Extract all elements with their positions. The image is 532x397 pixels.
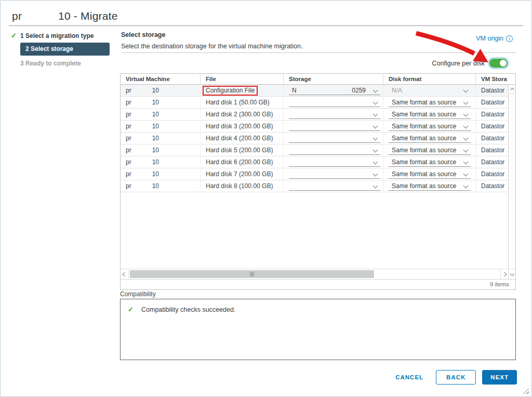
compatibility-message: Compatibility checks succeeded. bbox=[141, 306, 235, 313]
info-icon[interactable]: i bbox=[506, 35, 513, 42]
next-button[interactable]: NEXT bbox=[482, 370, 517, 385]
migrate-wizard-dialog: pr10 - Migrate ✓ 1 Select a migration ty… bbox=[0, 0, 532, 397]
cell-storage bbox=[284, 109, 383, 120]
table-row[interactable]: pr10Hard disk 3 (200.00 GB)Same format a… bbox=[121, 121, 515, 133]
column-header[interactable]: Disk format bbox=[383, 74, 476, 84]
table-row[interactable]: pr10Hard disk 2 (300.00 GB)Same format a… bbox=[121, 109, 515, 121]
chevron-down-icon bbox=[463, 183, 469, 188]
disk-format-select[interactable]: Same format as source bbox=[389, 158, 471, 167]
horizontal-scrollbar[interactable] bbox=[121, 269, 515, 279]
toggle-knob bbox=[500, 60, 507, 67]
back-button[interactable]: BACK bbox=[436, 370, 476, 385]
scroll-left-button[interactable] bbox=[121, 269, 129, 279]
chevron-down-icon bbox=[510, 271, 514, 275]
step-select-storage[interactable]: 2 Select storage bbox=[20, 43, 115, 56]
table-row[interactable]: pr10Hard disk 6 (200.00 GB)Same format a… bbox=[121, 156, 515, 168]
cell-file: Hard disk 4 (200.00 GB) bbox=[201, 133, 284, 144]
configure-per-disk-toggle[interactable] bbox=[489, 59, 508, 68]
chevron-down-icon bbox=[463, 111, 469, 116]
storage-select[interactable] bbox=[289, 98, 380, 107]
storage-select[interactable] bbox=[289, 134, 380, 143]
page-title: Select storage bbox=[121, 31, 165, 38]
vm-origin-link[interactable]: VM origin i bbox=[476, 35, 513, 42]
column-header[interactable]: File bbox=[201, 74, 284, 84]
cell-virtual-machine: pr10 bbox=[121, 180, 201, 192]
chevron-down-icon bbox=[373, 135, 378, 140]
table-row[interactable]: pr10Hard disk 8 (100.00 GB)Same format a… bbox=[121, 180, 515, 192]
check-icon: ✓ bbox=[128, 306, 137, 313]
table-row[interactable]: pr10Hard disk 1 (50.00 GB)Same format as… bbox=[121, 97, 515, 109]
chevron-down-icon bbox=[373, 159, 378, 164]
compatibility-panel: ✓ Compatibility checks succeeded. bbox=[120, 299, 516, 360]
scroll-right-button[interactable] bbox=[500, 269, 508, 279]
cell-disk-format: Same format as source bbox=[383, 109, 476, 120]
cell-file: Hard disk 5 (200.00 GB) bbox=[201, 144, 284, 156]
compatibility-label: Compatibility bbox=[120, 290, 156, 298]
step-select-migration-type[interactable]: ✓ 1 Select a migration type bbox=[11, 32, 115, 39]
check-icon: ✓ bbox=[11, 32, 20, 39]
chevron-down-icon bbox=[373, 87, 378, 92]
column-header[interactable]: VM Stora bbox=[476, 74, 515, 84]
horizontal-scroll-track[interactable] bbox=[129, 269, 500, 279]
cell-storage bbox=[284, 156, 383, 168]
horizontal-scroll-thumb[interactable] bbox=[130, 270, 374, 278]
cell-file: Hard disk 7 (200.00 GB) bbox=[201, 168, 284, 180]
configure-per-disk-label: Configure per disk bbox=[432, 60, 485, 67]
cell-file: Hard disk 1 (50.00 GB) bbox=[201, 97, 284, 108]
cell-storage bbox=[284, 168, 383, 180]
cancel-button[interactable]: CANCEL bbox=[395, 370, 423, 385]
dialog-title-part2: 10 - Migrate bbox=[58, 10, 117, 22]
scroll-down-button[interactable] bbox=[508, 269, 515, 279]
description-divider bbox=[121, 52, 516, 53]
chevron-down-icon bbox=[463, 159, 469, 164]
storage-select[interactable] bbox=[289, 158, 380, 167]
disk-format-select[interactable]: Same format as source bbox=[389, 170, 471, 179]
disk-format-select[interactable]: Same format as source bbox=[389, 146, 471, 155]
cell-file: Hard disk 8 (100.00 GB) bbox=[201, 180, 284, 192]
grid-header-row: Virtual MachineFileStorageDisk formatVM … bbox=[121, 74, 515, 85]
table-row[interactable]: pr10Hard disk 7 (200.00 GB)Same format a… bbox=[121, 168, 515, 180]
chevron-down-icon bbox=[373, 123, 378, 128]
storage-select[interactable] bbox=[289, 182, 380, 191]
disk-format-select[interactable]: Same format as source bbox=[389, 134, 471, 143]
wizard-footer: CANCEL BACK NEXT bbox=[395, 370, 517, 385]
cell-disk-format: Same format as source bbox=[383, 180, 476, 192]
table-row[interactable]: pr10Configuration FileN0259N/ADatastor bbox=[121, 85, 515, 97]
chevron-up-icon bbox=[510, 87, 514, 91]
chevron-right-icon bbox=[502, 272, 507, 276]
resize-grip[interactable] bbox=[523, 388, 529, 394]
storage-select[interactable]: N0259 bbox=[289, 86, 380, 95]
storage-select[interactable] bbox=[289, 170, 380, 179]
cell-file: Hard disk 2 (300.00 GB) bbox=[201, 109, 284, 120]
column-header[interactable]: Virtual Machine bbox=[121, 74, 201, 84]
table-row[interactable]: pr10Hard disk 4 (200.00 GB)Same format a… bbox=[121, 133, 515, 144]
chevron-down-icon bbox=[463, 147, 469, 152]
dialog-title-part1: pr bbox=[12, 10, 22, 22]
vertical-scrollbar[interactable] bbox=[508, 85, 515, 270]
column-header[interactable]: Storage bbox=[284, 74, 383, 84]
cell-file: Hard disk 3 (200.00 GB) bbox=[201, 121, 284, 132]
disk-format-select[interactable]: Same format as source bbox=[389, 98, 471, 107]
chevron-down-icon bbox=[463, 99, 469, 104]
scroll-up-button[interactable] bbox=[509, 85, 515, 94]
cell-disk-format: Same format as source bbox=[383, 168, 476, 180]
wizard-steps: ✓ 1 Select a migration type 2 Select sto… bbox=[11, 32, 115, 70]
cell-storage bbox=[284, 133, 383, 144]
disk-format-select[interactable]: Same format as source bbox=[389, 122, 471, 131]
chevron-down-icon bbox=[373, 99, 378, 104]
storage-select[interactable] bbox=[289, 110, 380, 119]
annotation-box: Configuration File bbox=[203, 86, 258, 96]
disk-format-select[interactable]: Same format as source bbox=[389, 182, 471, 191]
disk-format-select[interactable]: Same format as source bbox=[389, 110, 471, 119]
cell-disk-format: Same format as source bbox=[383, 121, 476, 132]
cell-virtual-machine: pr10 bbox=[121, 168, 201, 180]
cell-disk-format: Same format as source bbox=[383, 156, 476, 168]
chevron-down-icon bbox=[463, 123, 469, 128]
cell-storage bbox=[284, 180, 383, 192]
storage-select[interactable] bbox=[289, 146, 380, 155]
table-row[interactable]: pr10Hard disk 5 (200.00 GB)Same format a… bbox=[121, 144, 515, 156]
chevron-down-icon bbox=[373, 183, 378, 188]
cell-storage: N0259 bbox=[284, 85, 383, 96]
storage-select[interactable] bbox=[289, 122, 380, 131]
cell-storage bbox=[284, 121, 383, 132]
